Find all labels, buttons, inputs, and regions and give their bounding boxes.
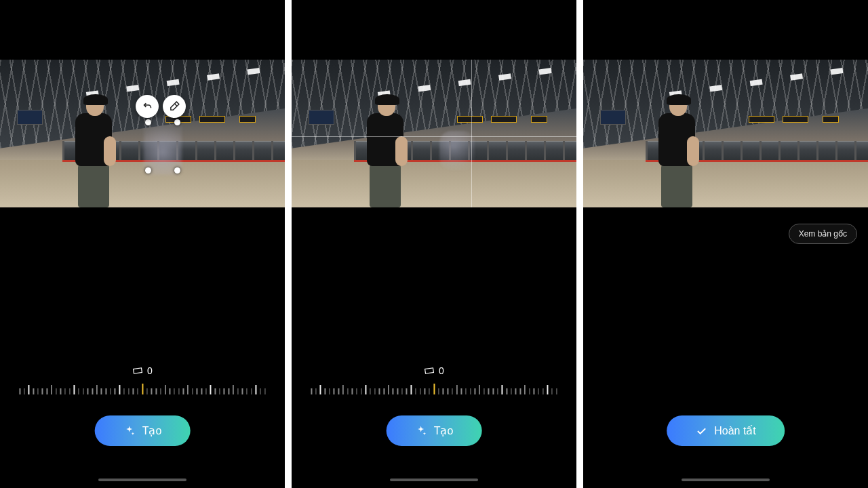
guide-vertical — [471, 60, 472, 207]
home-indicator — [682, 479, 770, 481]
undo-icon — [142, 100, 153, 112]
photo-canvas[interactable] — [292, 60, 576, 207]
svg-rect-0 — [134, 368, 142, 373]
angle-value: 0 — [147, 365, 153, 376]
resize-handle[interactable] — [145, 119, 151, 125]
undo-button[interactable] — [136, 95, 159, 118]
view-original-chip[interactable]: Xem bản gốc — [789, 224, 857, 244]
straighten-icon — [424, 365, 435, 376]
home-indicator — [390, 479, 478, 481]
angle-value: 0 — [439, 365, 444, 376]
photo-canvas[interactable] — [0, 60, 285, 207]
straighten-slider[interactable] — [311, 382, 557, 394]
home-indicator — [98, 479, 186, 481]
resize-handle[interactable] — [174, 167, 180, 174]
erase-button[interactable] — [163, 95, 186, 118]
photo-canvas[interactable] — [583, 60, 868, 207]
straighten-angle: 0 — [292, 365, 576, 376]
button-label: Tạo — [434, 424, 454, 437]
button-label: Hoàn tất — [714, 424, 756, 437]
sparkle-icon — [415, 425, 427, 437]
guide-horizontal — [292, 136, 576, 137]
sparkle-icon — [123, 425, 136, 437]
generate-button[interactable]: Tạo — [95, 415, 191, 446]
done-button[interactable]: Hoàn tất — [667, 415, 785, 446]
svg-rect-1 — [425, 368, 434, 373]
selection-box[interactable] — [148, 122, 178, 171]
editor-panel-2: 0 Tạo — [292, 0, 576, 488]
button-label: Tạo — [142, 424, 162, 437]
generate-button[interactable]: Tạo — [387, 415, 482, 446]
check-icon — [695, 425, 707, 437]
resize-handle[interactable] — [145, 167, 151, 174]
editor-panel-3: Xem bản gốc Hoàn tất — [583, 0, 868, 488]
straighten-icon — [132, 365, 143, 376]
eraser-icon — [169, 100, 180, 112]
editor-panel-1: 0 Tạo — [0, 0, 285, 488]
straighten-slider[interactable] — [19, 382, 265, 394]
resize-handle[interactable] — [174, 119, 180, 125]
straighten-angle: 0 — [0, 365, 285, 376]
chip-label: Xem bản gốc — [799, 229, 847, 239]
